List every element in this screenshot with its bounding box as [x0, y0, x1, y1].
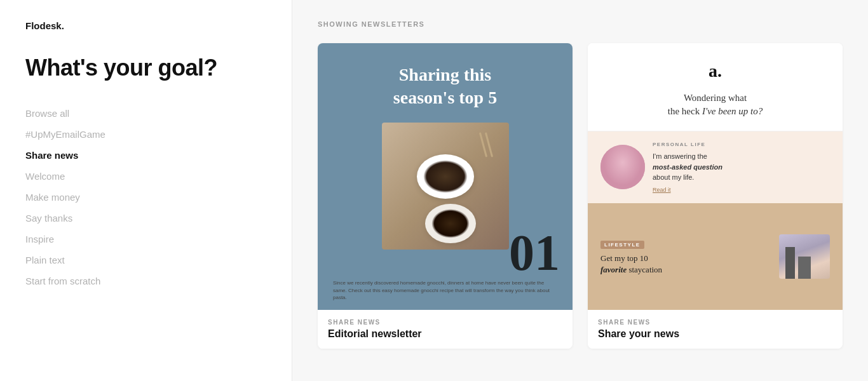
sidebar-item-up-my-email-game[interactable]: #UpMyEmailGame	[25, 125, 266, 144]
share-middle-body: I'm answering themost-asked questionabou…	[653, 151, 830, 183]
sidebar-item-say-thanks[interactable]: Say thanks	[25, 209, 266, 227]
sidebar-item-browse-all[interactable]: Browse all	[25, 104, 266, 123]
template-card-editorial[interactable]: Sharing thisseason's top 5 01	[318, 43, 573, 349]
page-title: What's your goal?	[25, 54, 266, 81]
personal-life-tag: PERSONAL LIFE	[653, 142, 830, 147]
sidebar: Flodesk. What's your goal? Browse all#Up…	[0, 0, 292, 381]
food-bowl-1	[417, 154, 474, 199]
share-top-section: a. Wondering whatthe heck I've been up t…	[588, 43, 843, 131]
editorial-number: 01	[509, 227, 560, 278]
lifestyle-tag: LIFESTYLE	[600, 241, 644, 249]
sidebar-item-start-from-scratch[interactable]: Start from scratch	[25, 272, 266, 290]
avatar	[600, 145, 645, 189]
template-preview-editorial: Sharing thisseason's top 5 01	[318, 43, 573, 310]
template-info-editorial: SHARE NEWS Editorial newsletter	[318, 310, 573, 349]
template-preview-share: a. Wondering whatthe heck I've been up t…	[588, 43, 843, 310]
templates-grid: Sharing thisseason's top 5 01	[318, 43, 843, 349]
share-middle-text: PERSONAL LIFE I'm answering themost-aske…	[653, 142, 830, 193]
building-1-icon	[785, 247, 795, 279]
share-preview-content: a. Wondering whatthe heck I've been up t…	[588, 43, 843, 310]
main-content: SHOWING NEWSLETTERS Sharing thisseason's…	[292, 0, 868, 381]
read-it-link[interactable]: Read it	[653, 187, 830, 193]
sidebar-item-share-news[interactable]: Share news	[25, 146, 266, 164]
template-card-share[interactable]: a. Wondering whatthe heck I've been up t…	[588, 43, 843, 349]
sidebar-item-plain-text[interactable]: Plain text	[25, 251, 266, 269]
editorial-preview-title: Sharing thisseason's top 5	[393, 64, 497, 110]
food-bowl-2-inner	[431, 209, 470, 238]
sidebar-item-inspire[interactable]: Inspire	[25, 230, 266, 248]
food-bowl-2	[425, 204, 476, 243]
share-preview-logo: a.	[709, 61, 722, 81]
share-bottom-section: LIFESTYLE Get my top 10favorite staycati…	[588, 203, 843, 311]
showing-label: SHOWING NEWSLETTERS	[318, 20, 843, 28]
share-bottom-text: LIFESTYLE Get my top 10favorite staycati…	[600, 237, 771, 276]
template-name-share: Share your news	[598, 328, 832, 340]
share-bottom-title: Get my top 10favorite staycation	[600, 253, 771, 276]
food-bowl-1-inner	[423, 160, 468, 193]
editorial-preview-content: Sharing thisseason's top 5 01	[318, 43, 573, 310]
share-tagline: Wondering whatthe heck I've been up to?	[668, 91, 763, 118]
sidebar-item-make-money[interactable]: Make money	[25, 188, 266, 206]
nav-list: Browse all#UpMyEmailGameShare newsWelcom…	[25, 104, 266, 290]
food-image	[382, 123, 509, 250]
sidebar-item-welcome[interactable]: Welcome	[25, 167, 266, 185]
utensils	[482, 132, 490, 157]
template-name-editorial: Editorial newsletter	[328, 328, 562, 340]
avatar-figure	[600, 145, 645, 189]
building-2-icon	[798, 257, 811, 279]
share-bottom-image	[779, 234, 830, 279]
share-middle-section: PERSONAL LIFE I'm answering themost-aske…	[588, 131, 843, 203]
editorial-body-text: Since we recently discovered homemade gn…	[333, 279, 557, 301]
logo: Flodesk.	[25, 20, 266, 31]
template-info-share: SHARE NEWS Share your news	[588, 310, 843, 349]
template-category-share: SHARE NEWS	[598, 319, 832, 326]
template-category-editorial: SHARE NEWS	[328, 319, 562, 326]
